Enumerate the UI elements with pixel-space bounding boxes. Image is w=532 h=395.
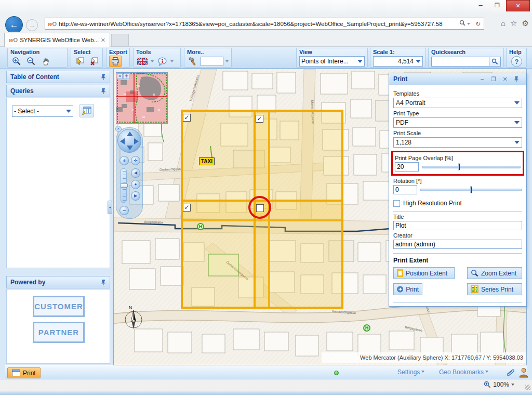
templates-dropdown[interactable]: A4 Portrait	[393, 98, 522, 108]
overlap-slider-track	[422, 166, 521, 168]
high-resolution-checkbox[interactable]	[393, 200, 400, 207]
panel-close-icon[interactable]: ✕	[499, 76, 511, 83]
page-checkbox-1[interactable]	[183, 114, 191, 122]
overlap-input[interactable]	[395, 162, 419, 172]
select-features-button[interactable]	[74, 56, 86, 67]
rotation-slider[interactable]	[420, 186, 522, 193]
pan-west-icon[interactable]	[120, 138, 125, 144]
sidebar-splitter-handle[interactable]	[6, 269, 110, 273]
pan-compass[interactable]	[117, 129, 141, 153]
creator-input[interactable]	[393, 240, 522, 249]
overview-close-icon[interactable]: ✕	[117, 73, 123, 79]
language-flag-button[interactable]	[136, 56, 149, 67]
url-text[interactable]: http://w-ws-wintner/WebOffice/synserver?…	[59, 21, 458, 27]
browser-status-bar: 100%	[0, 379, 532, 391]
more-combobox[interactable]	[201, 57, 223, 66]
info-caret-icon[interactable]	[170, 60, 174, 64]
refresh-icon[interactable]: ↻	[475, 20, 481, 28]
pan-north-icon[interactable]	[127, 131, 133, 136]
pan-hand-button[interactable]	[39, 56, 52, 67]
scale-dropdown-value: 4,514	[375, 58, 416, 65]
scale-dropdown[interactable]: 4,514	[373, 56, 423, 67]
query-table-button[interactable]	[79, 104, 94, 117]
rotation-slider-handle[interactable]	[470, 186, 472, 193]
rotation-input[interactable]	[393, 185, 417, 194]
overview-move-icon[interactable]: ✛	[124, 73, 129, 79]
browser-back-button[interactable]	[5, 16, 23, 34]
resize-grip[interactable]	[525, 385, 530, 390]
full-extent-button[interactable]	[131, 180, 140, 189]
pin-icon[interactable]	[101, 88, 106, 94]
title-input[interactable]	[393, 221, 522, 230]
pin-icon[interactable]	[101, 279, 106, 285]
window-close-button[interactable]	[506, 0, 530, 11]
clear-selection-button[interactable]	[88, 56, 100, 67]
overlap-slider[interactable]	[422, 163, 521, 170]
browser-zoom-control[interactable]: 100%	[484, 381, 514, 388]
tab-close-icon[interactable]	[100, 37, 107, 44]
zoom-extent-button[interactable]: Zoom Extent	[467, 267, 522, 279]
help-button[interactable]	[511, 56, 522, 67]
zoom-out-round-button[interactable]	[119, 206, 129, 215]
window-maximize-button[interactable]	[489, 0, 505, 11]
home-icon[interactable]: ⌂	[501, 19, 506, 28]
zoom-box-button[interactable]	[131, 156, 140, 165]
zoom-in-round-button[interactable]	[119, 156, 129, 165]
print-export-button[interactable]	[109, 56, 122, 67]
page-checkbox-2[interactable]	[256, 115, 263, 123]
overview-map[interactable]: ✕ ✛	[116, 72, 168, 124]
print-task-button[interactable]: Print	[7, 367, 41, 378]
previous-extent-button[interactable]	[131, 168, 140, 178]
panel-popout-icon[interactable]: ❐	[488, 76, 499, 83]
query-select-dropdown[interactable]: - Select -	[12, 106, 73, 117]
sidebar-collapse-handle[interactable]	[108, 201, 112, 214]
print-panel-header[interactable]: Print – ❐ ✕	[389, 73, 526, 85]
print-button[interactable]: Print	[393, 283, 422, 295]
browser-forward-button[interactable]	[26, 19, 38, 31]
geo-bookmarks-menu[interactable]: Geo Bookmarks	[439, 368, 488, 376]
pan-south-icon[interactable]	[127, 146, 133, 150]
page-checkbox-3[interactable]	[183, 204, 191, 212]
paperclip-icon[interactable]	[505, 367, 515, 379]
settings-menu[interactable]: Settings	[397, 368, 424, 376]
quicksearch-button[interactable]	[489, 57, 501, 67]
quicksearch-input[interactable]	[431, 57, 489, 67]
next-extent-button[interactable]	[131, 191, 140, 201]
pan-east-icon[interactable]	[134, 138, 139, 144]
new-tab-button[interactable]	[111, 34, 129, 47]
customer-logo-link[interactable]: CUSTOMER	[33, 296, 85, 317]
language-caret-icon[interactable]	[151, 60, 154, 64]
zoom-slider-handle[interactable]	[120, 183, 128, 188]
partner-logo-link[interactable]: PARTNER	[33, 322, 85, 343]
navwidget-close-icon[interactable]	[115, 126, 122, 132]
window-titlebar	[0, 0, 532, 15]
url-field[interactable]: wO http://w-ws-wintner/WebOffice/synserv…	[45, 18, 484, 30]
print-type-dropdown[interactable]: PDF	[393, 117, 522, 128]
zoom-slider[interactable]	[121, 168, 127, 203]
overlap-slider-handle[interactable]	[458, 163, 460, 170]
user-avatar-icon[interactable]	[518, 367, 529, 379]
zoom-out-button[interactable]	[25, 56, 37, 67]
browser-addressbar: wO http://w-ws-wintner/WebOffice/synserv…	[0, 15, 532, 32]
print-scale-dropdown[interactable]: 1,128	[393, 137, 522, 148]
zoom-in-button[interactable]	[10, 56, 23, 67]
panel-header-table-of-content[interactable]: Table of Content	[6, 71, 110, 83]
settings-gear-icon[interactable]: ⚙	[522, 19, 529, 28]
favorites-star-icon[interactable]: ☆	[510, 19, 517, 28]
pin-icon[interactable]	[101, 74, 106, 80]
series-print-button[interactable]: Series Print	[467, 283, 522, 295]
tools-hammer-icon[interactable]	[187, 56, 198, 67]
position-extent-button[interactable]: Position Extent	[393, 267, 455, 279]
more-caret-icon[interactable]	[225, 60, 229, 64]
panel-minimize-icon[interactable]: –	[476, 76, 488, 82]
browser-tab[interactable]: wO SYNERGIS WebOffice Web...	[4, 33, 110, 47]
panel-header-queries[interactable]: Queries	[6, 85, 110, 97]
info-tool-button[interactable]	[156, 56, 168, 67]
url-search-caret-icon[interactable]	[467, 23, 470, 27]
url-search-icon[interactable]	[459, 20, 466, 28]
view-dropdown[interactable]: Points of Intere...	[299, 56, 365, 67]
panel-pin-icon[interactable]	[511, 76, 522, 82]
bus-stop-symbol: H	[363, 324, 370, 332]
panel-header-powered-by[interactable]: Powered by	[6, 276, 110, 288]
window-minimize-button[interactable]	[473, 0, 488, 11]
